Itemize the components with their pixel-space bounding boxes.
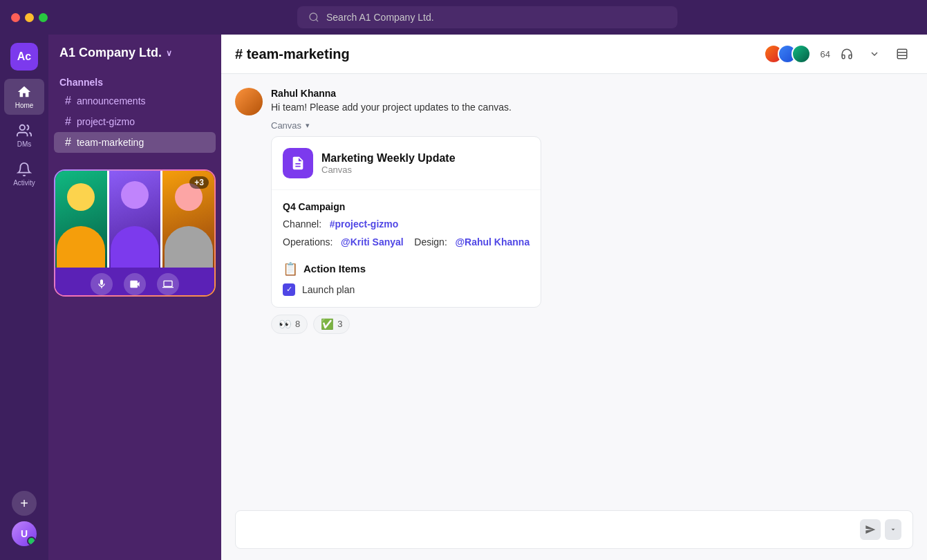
input-actions xyxy=(860,519,901,540)
workspace-icon[interactable]: Ac xyxy=(10,43,38,71)
canvas-attachment: Canvas ▾ Marketin xyxy=(271,120,541,308)
operations-label: Operations: xyxy=(283,236,333,248)
canvas-card[interactable]: Marketing Weekly Update Canvas Q4 Campai… xyxy=(271,136,541,308)
document-icon xyxy=(290,156,306,171)
nav-item-activity[interactable]: Activity xyxy=(4,156,44,192)
member-avatars[interactable] xyxy=(764,44,811,64)
user-avatar[interactable]: U xyxy=(12,521,37,546)
person-2-body xyxy=(111,226,159,268)
canvas-toggle-button[interactable] xyxy=(891,43,913,65)
hash-icon-project-gizmo: # xyxy=(65,115,71,128)
svg-point-0 xyxy=(310,13,317,21)
mute-microphone-button[interactable] xyxy=(91,273,113,295)
video-call-inner: +3 xyxy=(55,171,214,295)
camera-off-icon xyxy=(129,279,140,290)
member-count: 64 xyxy=(821,49,830,59)
send-options-button[interactable] xyxy=(885,519,901,540)
headphones-icon xyxy=(841,48,853,60)
canvas-section-title: Q4 Campaign xyxy=(283,201,530,212)
channel-details-chevron[interactable] xyxy=(863,43,886,65)
microphone-icon xyxy=(96,279,107,290)
canvas-label-text: Canvas xyxy=(271,120,301,131)
person-1-head xyxy=(67,183,95,211)
canvas-channel-row: Channel: #project-gizmo xyxy=(283,216,530,232)
message-author: Rahul Khanna xyxy=(271,88,336,99)
svg-point-1 xyxy=(20,125,25,130)
eyes-count: 8 xyxy=(295,319,300,329)
workspace-name[interactable]: A1 Company Ltd. ∨ xyxy=(48,46,221,71)
reaction-eyes[interactable]: 👀 8 xyxy=(271,315,308,334)
home-icon xyxy=(17,84,32,100)
svg-rect-2 xyxy=(897,49,907,59)
video-call-card[interactable]: +3 xyxy=(54,169,216,297)
search-bar[interactable]: Search A1 Company Ltd. xyxy=(297,6,677,28)
person-3-body xyxy=(165,226,213,268)
send-chevron-icon xyxy=(890,526,897,533)
action-items-icon: 📋 xyxy=(283,261,298,277)
operations-person[interactable]: @Kriti Sanyal xyxy=(341,236,404,248)
nav-label-dms: DMs xyxy=(17,140,32,148)
chevron-down-icon xyxy=(869,48,880,59)
nav-item-home[interactable]: Home xyxy=(4,79,44,115)
canvas-ops-row: Operations: @Kriti Sanyal Design: @Rahul… xyxy=(283,234,530,250)
window-controls xyxy=(11,13,48,22)
channel-name-team-marketing: team-marketing xyxy=(77,137,144,148)
canvas-action-header: 📋 Action Items xyxy=(283,261,530,277)
titlebar: Search A1 Company Ltd. xyxy=(0,0,927,35)
channels-section-label: Channels xyxy=(48,71,221,91)
reactions: 👀 8 ✅ 3 xyxy=(271,315,541,334)
fullscreen-window-button[interactable] xyxy=(39,13,48,22)
canvas-label[interactable]: Canvas ▾ xyxy=(271,120,541,131)
design-label: Design: xyxy=(414,236,447,248)
video-participant-3: +3 xyxy=(162,171,214,268)
eyes-emoji: 👀 xyxy=(279,318,292,330)
message-text: Hi team! Please add your project updates… xyxy=(271,100,541,115)
canvas-launch-plan-row: ✓ Launch plan xyxy=(283,283,530,296)
person-2-head xyxy=(121,181,149,209)
avatar-face: U xyxy=(12,521,37,546)
channel-item-team-marketing[interactable]: # team-marketing xyxy=(54,132,216,153)
channel-item-announcements[interactable]: # announcements xyxy=(54,91,216,111)
extra-participants-badge: +3 xyxy=(189,176,209,189)
video-participant-1 xyxy=(55,171,107,268)
person-2-silhouette xyxy=(109,171,161,268)
channel-actions: 64 xyxy=(764,43,913,65)
minimize-window-button[interactable] xyxy=(25,13,34,22)
workspace-chevron: ∨ xyxy=(166,48,172,58)
checkmark-emoji: ✅ xyxy=(321,318,334,330)
message-body: Rahul Khanna Hi team! Please add your pr… xyxy=(271,88,541,334)
close-window-button[interactable] xyxy=(11,13,20,22)
rahul-avatar xyxy=(235,88,263,115)
messages-area: Rahul Khanna Hi team! Please add your pr… xyxy=(221,74,927,502)
main-container: Ac Home DMs Activity xyxy=(0,35,927,560)
message-input-area xyxy=(221,502,927,560)
nav-item-dms[interactable]: DMs xyxy=(4,118,44,153)
send-button[interactable] xyxy=(860,519,881,540)
screen-share-icon xyxy=(162,279,174,290)
canvas-action-title: Action Items xyxy=(303,263,366,274)
channel-item-project-gizmo[interactable]: # project-gizmo xyxy=(54,111,216,132)
canvas-subtitle: Canvas xyxy=(321,165,456,175)
video-controls xyxy=(55,268,214,295)
toggle-video-button[interactable] xyxy=(124,273,146,295)
reaction-checkmark[interactable]: ✅ 3 xyxy=(313,315,350,334)
search-placeholder: Search A1 Company Ltd. xyxy=(326,12,434,23)
channel-link[interactable]: #project-gizmo xyxy=(330,218,399,230)
icon-sidebar: Ac Home DMs Activity xyxy=(0,35,48,560)
channel-header: # team-marketing 64 xyxy=(221,35,927,74)
canvas-title: Marketing Weekly Update xyxy=(321,152,456,165)
layout-icon xyxy=(896,48,908,60)
add-workspace-button[interactable]: + xyxy=(12,491,37,516)
share-screen-button[interactable] xyxy=(157,273,179,295)
dms-icon xyxy=(17,123,32,138)
canvas-doc-icon xyxy=(283,148,313,178)
design-person[interactable]: @Rahul Khanna xyxy=(455,236,530,248)
channel-label: Channel: xyxy=(283,218,321,230)
channel-name-announcements: announcements xyxy=(77,95,146,106)
canvas-chevron: ▾ xyxy=(306,121,310,130)
message-item: Rahul Khanna Hi team! Please add your pr… xyxy=(235,88,913,334)
activity-bell-icon xyxy=(17,162,32,177)
huddle-button[interactable] xyxy=(836,43,858,65)
channel-title: # team-marketing xyxy=(235,46,350,62)
channel-name-project-gizmo: project-gizmo xyxy=(77,116,135,127)
